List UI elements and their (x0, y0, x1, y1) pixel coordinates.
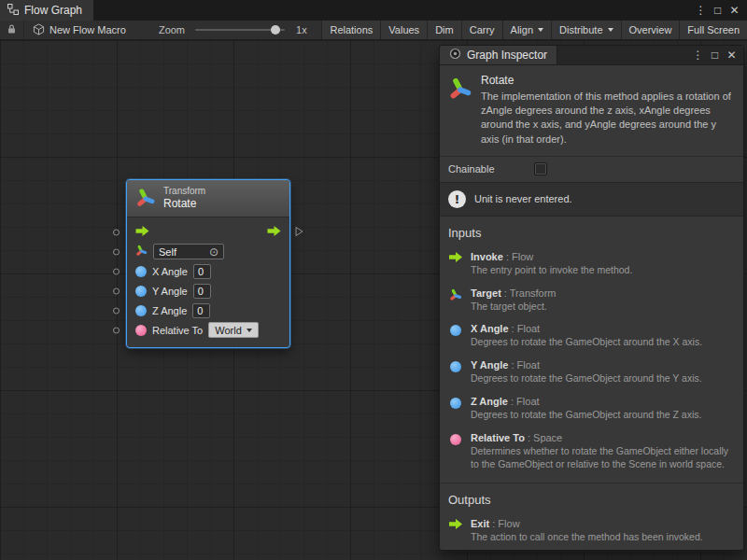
flow-input-port-icon[interactable] (135, 226, 149, 238)
overview-label: Overview (629, 24, 672, 35)
xangle-label: X Angle (152, 266, 188, 277)
outer-port-circle[interactable] (113, 287, 120, 294)
lock-button[interactable] (0, 21, 24, 39)
toolbar-buttons: Relations Values Dim Carry Align Distrib… (321, 21, 747, 39)
yangle-value: 0 (198, 286, 204, 297)
input-item-target: TargetTransform The target object. (440, 283, 743, 319)
input-description: Degrees to rotate the GameObject around … (471, 372, 735, 385)
space-port-icon[interactable] (135, 325, 147, 336)
input-type: Float (508, 396, 540, 407)
window-close-button[interactable]: ✕ (726, 2, 742, 19)
node-titles: Transform Rotate (163, 186, 205, 210)
output-type: Flow (489, 518, 519, 529)
carry-label: Carry (470, 24, 495, 35)
tab-graph-inspector-label: Graph Inspector (467, 49, 547, 62)
zoom-slider[interactable] (195, 29, 285, 31)
warning-text: Unit is never entered. (474, 193, 572, 204)
toolbar-button-dim[interactable]: Dim (427, 21, 461, 39)
toolbar-button-carry[interactable]: Carry (461, 21, 502, 39)
space-port-icon (448, 432, 462, 471)
outer-port-circle[interactable] (113, 307, 120, 314)
window-menu-button[interactable]: ⋮ (693, 2, 709, 19)
input-item-text: X AngleFloat Degrees to rotate the GameO… (471, 323, 735, 349)
outer-port-circle[interactable] (113, 229, 120, 235)
chainable-checkbox[interactable] (534, 162, 547, 175)
inspector-maximize-button[interactable]: □ (707, 47, 723, 63)
inspector-controls: ⋮ □ ✕ (690, 46, 743, 64)
object-picker-icon[interactable]: ⊙ (209, 246, 218, 258)
input-description: Degrees to rotate the GameObject around … (471, 336, 735, 349)
input-item-relativeto: Relative ToSpace Determines whether to r… (440, 427, 743, 477)
target-dropdown[interactable]: Self ⊙ (153, 244, 224, 259)
relative-dropdown-value: World (215, 325, 242, 336)
float-port-icon (448, 323, 462, 349)
input-item-text: Relative ToSpace Determines whether to r… (471, 432, 735, 471)
values-label: Values (388, 24, 419, 35)
lock-icon (7, 23, 17, 36)
distribute-label: Distribute (559, 24, 602, 35)
zangle-value: 0 (197, 305, 203, 316)
zoom-label: Zoom (159, 24, 185, 35)
toolbar-button-distribute[interactable]: Distribute (551, 21, 620, 39)
relative-dropdown[interactable]: World (208, 322, 259, 338)
warning-icon: ! (448, 190, 466, 208)
outer-port-circle[interactable] (113, 327, 120, 333)
input-type: Flow (503, 251, 533, 262)
zoom-slider-handle[interactable] (271, 25, 280, 35)
transform-axis-icon (448, 287, 462, 314)
node-title: Rotate (163, 197, 205, 210)
macro-button[interactable]: New Flow Macro (24, 21, 134, 39)
tab-flow-graph-label: Flow Graph (24, 4, 82, 17)
tab-graph-inspector[interactable]: Graph Inspector (440, 46, 557, 64)
transform-axis-icon (448, 74, 472, 147)
yangle-label: Y Angle (152, 286, 188, 297)
input-item-xangle: X AngleFloat Degrees to rotate the GameO… (440, 318, 743, 355)
toolbar-button-overview[interactable]: Overview (621, 21, 680, 39)
caret-down-icon (608, 28, 613, 32)
inspector-menu-button[interactable]: ⋮ (690, 47, 706, 63)
outer-port-circle[interactable] (113, 268, 120, 274)
inputs-section-header: Inputs (440, 217, 743, 246)
outer-port-circle[interactable] (113, 248, 120, 255)
input-type: Float (509, 323, 541, 334)
float-port-icon (448, 396, 462, 422)
input-description: Degrees to rotate the GameObject around … (471, 409, 735, 422)
window-maximize-button[interactable]: □ (710, 2, 726, 19)
toolbar-button-fullscreen[interactable]: Full Screen (679, 21, 747, 39)
rotate-node[interactable]: Transform Rotate (126, 179, 290, 348)
rotate-node-header[interactable]: Transform Rotate (127, 180, 289, 217)
float-port-icon[interactable] (135, 286, 147, 297)
float-port-icon (448, 359, 462, 385)
node-yangle-row: Y Angle 0 (127, 281, 289, 301)
window-titlebar: Flow Graph ⋮ □ ✕ (0, 0, 747, 21)
node-zangle-row: Z Angle 0 (127, 301, 289, 320)
toolbar-button-relations[interactable]: Relations (321, 21, 380, 39)
zangle-input[interactable]: 0 (192, 303, 210, 318)
output-description: The action to call once the method has b… (471, 531, 735, 544)
toolbar-button-align[interactable]: Align (502, 21, 551, 39)
graph-canvas[interactable]: Transform Rotate (0, 40, 747, 560)
zoom-value: 1x (296, 24, 307, 35)
node-relative-row: Relative To World (127, 320, 289, 340)
output-item-text: ExitFlow The action to call once the met… (471, 518, 735, 544)
unity-cube-icon (33, 23, 45, 37)
graph-toolbar: New Flow Macro Zoom 1x Relations Values … (0, 21, 747, 40)
fullscreen-label: Full Screen (687, 24, 740, 35)
outer-port-triangle[interactable] (295, 226, 303, 238)
flow-output-port-icon[interactable] (267, 226, 281, 238)
input-name: X Angle (471, 323, 509, 334)
input-item-text: InvokeFlow The entry point to invoke the… (471, 251, 735, 277)
input-item-text: Y AngleFloat Degrees to rotate the GameO… (471, 359, 735, 385)
yangle-input[interactable]: 0 (193, 284, 211, 299)
relative-label: Relative To (152, 325, 203, 336)
transform-axis-icon (135, 188, 156, 210)
xangle-input[interactable]: 0 (193, 264, 211, 279)
tab-flow-graph[interactable]: Flow Graph (0, 0, 93, 21)
input-description: Determines whether to rotate the GameObj… (471, 445, 735, 471)
graph-inspector-icon (449, 48, 461, 63)
float-port-icon[interactable] (135, 266, 147, 277)
toolbar-button-values[interactable]: Values (380, 21, 427, 39)
inspector-close-button[interactable]: ✕ (724, 47, 740, 63)
node-target-row: Self ⊙ (127, 242, 289, 261)
float-port-icon[interactable] (135, 305, 147, 316)
